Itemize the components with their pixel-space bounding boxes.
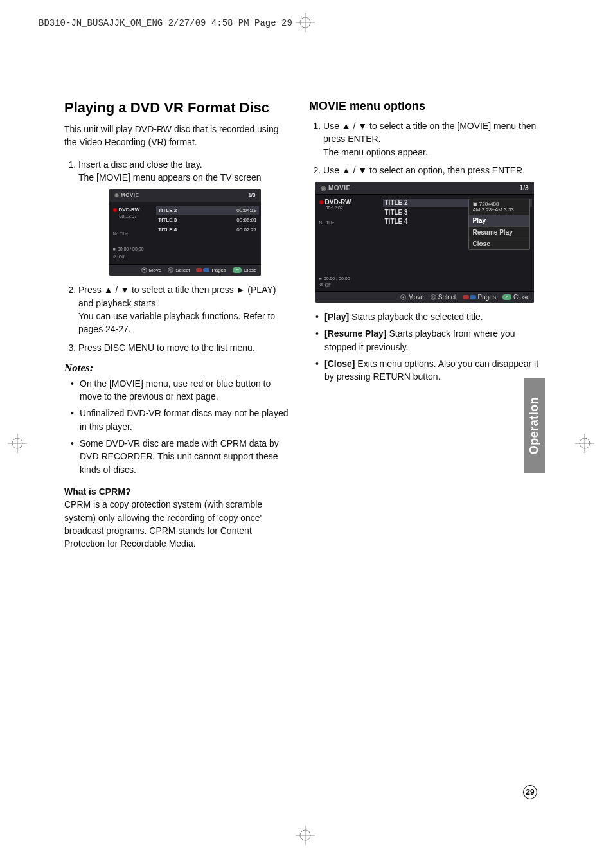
opt-text: Starts playback the selected title.	[349, 312, 483, 322]
intro-text: This unit will play DVD-RW disc that is …	[64, 123, 291, 149]
left-step-1: Insert a disc and close the tray. The [M…	[78, 158, 291, 276]
crop-mark-right	[575, 434, 594, 453]
ss-row-title: TITLE 4	[385, 218, 408, 225]
popup-option-play: Play	[469, 215, 529, 227]
left-step-3: Press DISC MENU to move to the list menu…	[78, 341, 291, 354]
step1-line2: The [MOVIE] menu appears on the TV scree…	[78, 172, 262, 182]
ss-disc-label: DVD-RW	[119, 206, 140, 214]
ss-row-title: TITLE 3	[158, 217, 177, 224]
print-header: BD310-JN_BUSAJJK_OM_ENG 2/27/09 4:58 PM …	[39, 18, 292, 28]
right-column: MOVIE menu options Use ▲ / ▼ to select a…	[309, 100, 540, 550]
up-down-icon: ▲ / ▼	[342, 165, 367, 175]
option-desc: [Play] Starts playback the selected titl…	[315, 310, 540, 323]
right-step-2: Use ▲ / ▼ to select an option, then pres…	[323, 164, 540, 177]
ss-side-time: 00:00 / 00:00	[324, 276, 350, 281]
option-desc: [Close] Exits menu options. Also you can…	[315, 357, 540, 384]
t: to select an option, then press ENTER.	[367, 165, 525, 175]
opt-label: [Close]	[324, 359, 355, 369]
note-item: Some DVD-VR disc are made with CPRM data…	[71, 437, 291, 476]
note-item: On the [MOVIE] menu, use red or blue but…	[71, 377, 291, 403]
ss-disc-time: 00:12:07	[326, 206, 377, 210]
page-content: Playing a DVD VR Format Disc This unit w…	[64, 100, 540, 550]
t: Use	[323, 121, 342, 131]
play-icon: ►	[236, 285, 245, 295]
page-number-text: 29	[526, 788, 534, 797]
section-heading-right: MOVIE menu options	[309, 100, 540, 113]
ss-row-dur: 00:06:01	[236, 217, 256, 224]
ss-foot-pages: Pages	[478, 294, 496, 301]
ss-row-title: TITLE 2	[158, 207, 177, 215]
t: to select a title then press	[129, 285, 236, 295]
left-step-2: Press ▲ / ▼ to select a title then press…	[78, 283, 291, 335]
ss-foot-move: Move	[408, 294, 423, 301]
note-item: Unfinalized DVD-VR format discs may not …	[71, 407, 291, 433]
page-number: 29	[523, 785, 537, 799]
t: You can use variable playback functions.…	[78, 311, 275, 334]
left-column: Playing a DVD VR Format Disc This unit w…	[64, 100, 291, 550]
up-down-icon: ▲ / ▼	[104, 285, 129, 295]
up-down-icon: ▲ / ▼	[342, 121, 367, 131]
ss-foot-select: Select	[175, 267, 190, 274]
cprm-body: CPRM is a copy protection system (with s…	[64, 498, 291, 550]
t: Press	[78, 285, 104, 295]
side-label-text: Operation	[528, 396, 542, 454]
right-step-1: Use ▲ / ▼ to select a title on the [MOVI…	[323, 120, 540, 159]
ss-no-title: No Title	[113, 231, 151, 237]
ss-title: MOVIE	[121, 192, 139, 198]
section-heading-left: Playing a DVD VR Format Disc	[64, 100, 291, 116]
opt-text: Exits menu options. Also you can disappe…	[324, 359, 538, 382]
screenshot-movie-list: ◉MOVIE 1/3 DVD-RW 00:12:07 No Title ■ 00…	[109, 189, 261, 276]
opt-label: [Play]	[324, 312, 349, 322]
ss-row-dur: 00:02:27	[236, 226, 256, 234]
popup-option-resume: Resume Play	[469, 227, 529, 238]
popup-option-close: Close	[469, 238, 529, 249]
ss-row-title: TITLE 2	[385, 199, 408, 206]
crop-mark-top	[296, 13, 315, 32]
ss-foot-close: Close	[513, 294, 530, 301]
ss-foot-select: Select	[438, 294, 456, 301]
ss-page-indicator: 1/3	[248, 191, 255, 199]
ss-disc-time: 00:12:07	[120, 213, 151, 220]
step1-line1: Insert a disc and close the tray.	[78, 159, 202, 170]
ss-foot-move: Move	[149, 267, 162, 274]
ss-row-dur: 00:04:19	[236, 207, 256, 215]
ss-foot-close: Close	[244, 267, 256, 274]
option-desc: [Resume Play] Starts playback from where…	[315, 327, 540, 353]
ss-side-time: 00:00 / 00:00	[118, 246, 144, 252]
ss-title: MOVIE	[328, 184, 351, 191]
t: Use	[323, 165, 342, 175]
crop-mark-bottom	[296, 826, 315, 845]
ss-side-off: Off	[325, 283, 331, 287]
crop-mark-left	[8, 434, 27, 453]
cprm-heading: What is CPRM?	[64, 485, 291, 498]
notes-heading: Notes:	[64, 362, 291, 375]
ss-row-title: TITLE 4	[158, 226, 177, 234]
ss-row-title: TITLE 3	[385, 209, 408, 216]
screenshot-movie-options: ◉MOVIE 1/3 DVD-RW 00:12:07 No Title ■ 00…	[315, 182, 534, 303]
ss-no-title: No Title	[319, 220, 377, 225]
section-side-label: Operation	[524, 378, 545, 473]
popup-resolution: 720x480	[479, 201, 499, 207]
t: The menu options appear.	[323, 147, 428, 157]
popup-timestamp: AM 3:28~AM 3:33	[473, 207, 526, 213]
ss-disc-label: DVD-RW	[325, 199, 351, 206]
opt-label: [Resume Play]	[324, 328, 386, 339]
ss-page-indicator: 1/3	[520, 184, 529, 191]
options-popup: ▣ 720x480 AM 3:28~AM 3:33 Play Resume Pl…	[468, 199, 530, 250]
ss-foot-pages: Pages	[211, 267, 226, 274]
ss-side-off: Off	[119, 254, 125, 260]
